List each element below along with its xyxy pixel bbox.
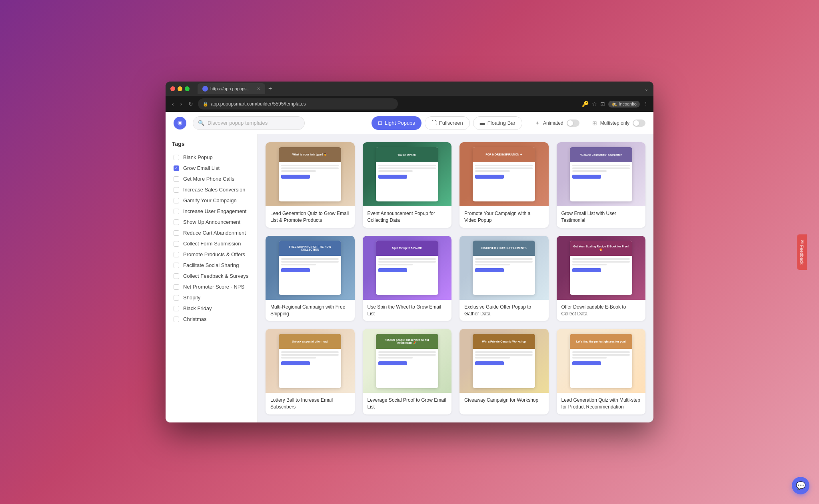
feedback-icon: ✉ [799, 240, 805, 243]
browser-tabs: https://app.popupsmart.com/b ✕ + [198, 83, 272, 94]
close-traffic-light[interactable] [170, 86, 175, 91]
sidebar-tag-nps[interactable]: Net Promoter Score - NPS [172, 281, 251, 292]
checkbox-cart[interactable] [174, 230, 179, 236]
search-placeholder: Discover popup templates [208, 120, 268, 126]
template-card-4[interactable]: "Beauté Cosmetics" newsletterGrow Email … [557, 142, 646, 228]
tag-label-sales: Increase Sales Conversion [183, 187, 245, 193]
minimize-traffic-light[interactable] [178, 86, 182, 91]
template-thumb-10: +35,000 people subscribed to our newslet… [363, 329, 452, 393]
checkbox-phone-calls[interactable] [174, 176, 179, 182]
browser-titlebar: https://app.popupsmart.com/b ✕ + ⌄ [166, 82, 653, 96]
app-content: 🔍 Discover popup templates ⊡ Light Popup… [166, 112, 653, 422]
sidebar-tag-show-up[interactable]: Show Up Announcement [172, 217, 251, 227]
animated-toggle[interactable] [567, 120, 579, 127]
template-thumb-3: FOR MORE INSPIRATION ✦ [459, 142, 549, 206]
more-menu-icon[interactable]: ⋮ [643, 101, 649, 107]
sidebar-tag-black-friday[interactable]: Black Friday [172, 303, 251, 314]
tag-label-social: Facilitate Social Sharing [183, 262, 239, 268]
tag-label-nps: Net Promoter Score - NPS [183, 284, 244, 290]
animated-toggle-group: ✦ Animated [535, 120, 579, 127]
tag-label-show-up: Show Up Announcement [183, 219, 240, 225]
lock-icon: 🔒 [203, 102, 208, 107]
template-card-11[interactable]: Win a Private Ceramic WorkshopGiveaway C… [459, 329, 549, 414]
animated-icon: ✦ [535, 120, 540, 126]
forward-button[interactable]: › [179, 100, 184, 108]
search-icon: 🔍 [198, 120, 204, 126]
sidebar-tag-sales[interactable]: Increase Sales Conversion [172, 184, 251, 195]
template-thumb-11: Win a Private Ceramic Workshop [459, 329, 549, 393]
template-name-7: Exclusive Guide Offer Popup to Gather Da… [464, 304, 544, 317]
sidebar-tag-cart[interactable]: Reduce Cart Abandonment [172, 227, 251, 238]
template-card-5[interactable]: FREE SHIPPING FOR THE NEW COLLECTIONMult… [266, 236, 355, 321]
template-card-6[interactable]: Spin for up to 50% off!Use Spin the Whee… [363, 236, 452, 321]
tag-label-promote: Promote Products & Offers [183, 251, 245, 257]
checkbox-nps[interactable] [174, 284, 179, 290]
sidebar-tag-phone-calls[interactable]: Get More Phone Calls [172, 173, 251, 184]
refresh-button[interactable]: ↻ [187, 100, 195, 108]
template-card-2[interactable]: You're invited!Event Announcement Popup … [363, 142, 452, 228]
tag-label-shopify: Shopify [183, 295, 200, 301]
checkbox-feedback[interactable] [174, 273, 179, 279]
browser-window: https://app.popupsmart.com/b ✕ + ⌄ ‹ › ↻… [166, 82, 653, 422]
checkbox-show-up[interactable] [174, 219, 179, 225]
filter-fullscreen[interactable]: ⛶ Fullscreen [425, 116, 470, 130]
sidebar-tag-shopify[interactable]: Shopify [172, 292, 251, 303]
checkbox-black-friday[interactable] [174, 306, 179, 311]
template-thumb-8: Get Your Sizzling Recipe E-Book for Free… [557, 236, 646, 300]
fullscreen-label: Fullscreen [439, 120, 463, 126]
incognito-badge: 🕵 Incognito [608, 101, 640, 108]
checkbox-blank[interactable] [174, 155, 179, 160]
checkbox-engagement[interactable] [174, 209, 179, 214]
address-field[interactable]: 🔒 app.popupsmart.com/builder/5595/templa… [198, 98, 398, 110]
template-card-3[interactable]: FOR MORE INSPIRATION ✦Promote Your Campa… [459, 142, 549, 228]
tag-label-blank: Blank Popup [183, 154, 213, 160]
checkbox-gamify[interactable] [174, 198, 179, 203]
bookmark-icon[interactable]: ☆ [592, 101, 597, 107]
sidebar-tag-collect-form[interactable]: Collect Form Submission [172, 238, 251, 249]
checkbox-grow-email[interactable]: ✓ [174, 165, 179, 171]
search-bar[interactable]: 🔍 Discover popup templates [193, 116, 305, 130]
checkbox-promote[interactable] [174, 252, 179, 257]
template-card-10[interactable]: +35,000 people subscribed to our newslet… [363, 329, 452, 414]
template-card-8[interactable]: Get Your Sizzling Recipe E-Book for Free… [557, 236, 646, 321]
sidebar-tag-promote[interactable]: Promote Products & Offers [172, 249, 251, 260]
checkbox-sales[interactable] [174, 187, 179, 193]
fullscreen-traffic-light[interactable] [185, 86, 190, 91]
active-tab[interactable]: https://app.popupsmart.com/b ✕ [198, 83, 265, 94]
browser-nav-icons: 🔑 ☆ ⊡ 🕵 Incognito ⋮ [582, 101, 649, 108]
sidebar-tag-christmas[interactable]: Christmas [172, 314, 251, 325]
tag-label-christmas: Christmas [183, 316, 207, 322]
template-card-9[interactable]: Unlock a special offer now!Lottery Ball … [266, 329, 355, 414]
template-thumb-5: FREE SHIPPING FOR THE NEW COLLECTION [266, 236, 355, 300]
new-tab-button[interactable]: + [268, 85, 272, 92]
sidebar-tag-feedback[interactable]: Collect Feedback & Surveys [172, 271, 251, 281]
multistep-toggle[interactable] [633, 120, 645, 127]
tab-close-icon[interactable]: ✕ [257, 86, 260, 92]
sidebar-tag-grow-email[interactable]: ✓Grow Email List [172, 163, 251, 173]
light-popups-label: Light Popups [385, 120, 415, 126]
floating-bar-icon: ▬ [480, 120, 485, 126]
template-card-7[interactable]: DISCOVER YOUR SUPPLEMENTSExclusive Guide… [459, 236, 549, 321]
template-thumb-7: DISCOVER YOUR SUPPLEMENTS [459, 236, 549, 300]
multistep-icon: ⊞ [592, 120, 597, 126]
checkbox-christmas[interactable] [174, 317, 179, 322]
checkbox-collect-form[interactable] [174, 241, 179, 247]
filter-light-popups[interactable]: ⊡ Light Popups [372, 116, 421, 130]
sidebar-tag-engagement[interactable]: Increase User Engagement [172, 206, 251, 217]
checkbox-social[interactable] [174, 263, 179, 268]
template-card-12[interactable]: Let's find the perfect glasses for you!L… [557, 329, 646, 414]
tag-label-feedback: Collect Feedback & Surveys [183, 273, 248, 279]
extensions-icon[interactable]: ⊡ [600, 101, 605, 107]
feedback-tab[interactable]: ✉ Feedback [797, 234, 807, 270]
back-button[interactable]: ‹ [170, 100, 176, 108]
traffic-lights [170, 86, 190, 91]
template-card-1[interactable]: What is your hair type? 💇Lead Generation… [266, 142, 355, 228]
sidebar-tag-blank[interactable]: Blank Popup [172, 152, 251, 163]
filter-floating-bar[interactable]: ▬ Floating Bar [473, 116, 522, 130]
browser-addressbar: ‹ › ↻ 🔒 app.popupsmart.com/builder/5595/… [166, 96, 653, 112]
checkbox-shopify[interactable] [174, 295, 179, 301]
sidebar-tag-social[interactable]: Facilitate Social Sharing [172, 260, 251, 271]
sidebar-tag-gamify[interactable]: Gamify Your Campaign [172, 195, 251, 206]
feedback-label: Feedback [799, 245, 804, 264]
chat-button[interactable]: 💬 [792, 477, 809, 494]
